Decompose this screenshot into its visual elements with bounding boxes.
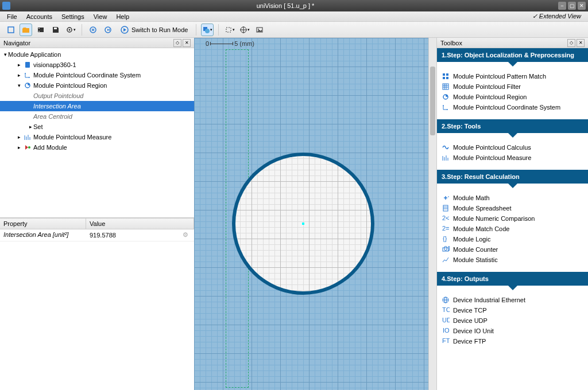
svg-text:2=1: 2=1 xyxy=(442,225,450,232)
navigator-close-button[interactable]: ✕ xyxy=(183,39,191,47)
gear-icon[interactable]: ⚙ xyxy=(183,231,191,239)
counter-icon: 01 xyxy=(442,245,450,253)
svg-text:TCP: TCP xyxy=(442,306,450,313)
region-icon xyxy=(442,93,450,101)
toolbox-item[interactable]: Module Pointcloud Coordinate System xyxy=(442,102,583,112)
toolbox-item[interactable]: Module Pointcloud Filter xyxy=(442,81,583,92)
toolbox-item-label: Device UDP xyxy=(453,317,488,324)
extended-view-toggle[interactable]: ✓ Extended View xyxy=(528,13,586,20)
navigator-header: Navigator ◇ ✕ xyxy=(0,38,194,48)
svg-point-6 xyxy=(69,29,71,30)
toolbox-item[interactable]: Module Pointcloud Region xyxy=(442,92,583,102)
toolbox-item[interactable]: Module Statistic xyxy=(442,255,583,265)
coord-icon xyxy=(442,103,450,111)
toolbox-item-label: Device TCP xyxy=(453,307,486,314)
toolbox-item[interactable]: 01Module Counter xyxy=(442,244,583,255)
toolbox-item-label: Module Pointcloud Calculus xyxy=(453,144,531,151)
menu-accounts[interactable]: Accounts xyxy=(22,13,57,20)
property-name: Intersection Area [unit²] xyxy=(0,229,86,241)
menu-file[interactable]: File xyxy=(2,13,22,20)
toolbox-item-label: Module Pointcloud Pattern Match xyxy=(453,73,546,80)
toolbox-item[interactable]: Module Pointcloud Measure xyxy=(442,153,583,163)
tree-item[interactable]: ▸Add Module xyxy=(0,142,194,153)
menu-bar: File Accounts Settings View Help ✓ Exten… xyxy=(0,11,588,22)
tree-item[interactable]: Intersection Area xyxy=(0,101,194,111)
tool-new-button[interactable] xyxy=(5,24,17,36)
toolbox-item-label: Module Statistic xyxy=(453,256,498,263)
toolbox-item[interactable]: 2<1Module Numeric Comparison xyxy=(442,213,583,224)
svg-point-30 xyxy=(28,146,30,149)
play-icon xyxy=(120,25,129,34)
tool-film-button[interactable] xyxy=(34,24,47,36)
svg-point-41 xyxy=(446,95,448,97)
maximize-button[interactable]: ▢ xyxy=(568,2,576,10)
device-icon xyxy=(23,61,32,69)
toolbox-close-button[interactable]: ✕ xyxy=(577,39,585,47)
svg-rect-35 xyxy=(443,84,448,89)
scrollbar-thumb[interactable] xyxy=(430,67,435,135)
add-icon xyxy=(23,143,32,151)
canvas-viewport[interactable]: 0 5 (mm) xyxy=(194,38,436,390)
toolbox-item[interactable]: Module Pointcloud Calculus xyxy=(442,142,583,153)
toolbox-item[interactable]: FTPDevice FTP xyxy=(442,336,583,346)
tool-step-button[interactable] xyxy=(102,24,114,36)
tool-crop-button[interactable]: ▾ xyxy=(223,24,236,36)
toolbox-item[interactable]: Module Spreadsheet xyxy=(442,203,583,213)
property-value: 919.5788 xyxy=(90,232,183,239)
toolbox-item[interactable]: Module Pointcloud Pattern Match xyxy=(442,71,583,81)
toolbar: ▾ Switch to Run Mode ▾ ▾ ▾ xyxy=(0,22,588,38)
sheet-icon xyxy=(442,204,450,212)
svg-rect-15 xyxy=(226,28,231,32)
run-mode-button[interactable]: Switch to Run Mode xyxy=(117,25,191,34)
tool-shapes-button[interactable]: ▾ xyxy=(201,24,214,36)
svg-point-25 xyxy=(28,83,30,85)
tree-item[interactable]: ▸visionapp360-1 xyxy=(0,60,194,70)
tree-item[interactable]: ▸Set xyxy=(0,122,194,132)
toolbox-item-label: Module Match Code xyxy=(453,225,509,232)
svg-rect-34 xyxy=(446,77,448,79)
svg-rect-32 xyxy=(446,73,448,76)
toolbox-item[interactable]: Device Industrial Ethernet xyxy=(442,295,583,305)
navigator-detach-button[interactable]: ◇ xyxy=(173,39,181,47)
title-bar: uniVision [ 51.u_p ] * − ▢ ✕ xyxy=(0,0,588,11)
toolbox-item[interactable]: TCPDevice TCP xyxy=(442,305,583,315)
toolbox-item-label: Module Spreadsheet xyxy=(453,205,512,212)
svg-rect-4 xyxy=(54,28,57,29)
tool-save-button[interactable] xyxy=(49,24,62,36)
tool-open-button[interactable] xyxy=(20,24,32,36)
tree-item[interactable]: Output Pointcloud xyxy=(0,91,194,101)
toolbox-item[interactable]: {}Module Logic xyxy=(442,234,583,244)
toolbox-item[interactable]: UDPDevice UDP xyxy=(442,315,583,326)
close-button[interactable]: ✕ xyxy=(578,2,586,10)
tree-root[interactable]: ▾Module Application xyxy=(0,49,194,60)
svg-text:IO: IO xyxy=(443,327,450,334)
tool-pause-button[interactable] xyxy=(87,24,99,36)
tree-item[interactable]: ▸Module Pointcloud Coordinate System xyxy=(0,70,194,80)
toolbox-item[interactable]: Module Math xyxy=(442,193,583,203)
menu-settings[interactable]: Settings xyxy=(57,13,89,20)
tree-item[interactable]: ▾Module Pointcloud Region xyxy=(0,80,194,91)
tree-item[interactable]: Area Centroid xyxy=(0,111,194,122)
minimize-button[interactable]: − xyxy=(558,2,566,10)
tool-record-button[interactable]: ▾ xyxy=(64,24,77,36)
app-logo-icon xyxy=(2,2,10,10)
toolbox-item[interactable]: 2=1Module Match Code xyxy=(442,224,583,234)
canvas-scrollbar[interactable] xyxy=(428,38,436,390)
toolbox-detach-button[interactable]: ◇ xyxy=(567,39,575,47)
svg-text:{}: {} xyxy=(443,235,447,242)
toolbox-item-label: Device Industrial Ethernet xyxy=(453,297,525,303)
toolbox-item-label: Module Numeric Comparison xyxy=(453,215,535,222)
tree-item[interactable]: ▸Module Pointcloud Measure xyxy=(0,132,194,142)
coord-icon xyxy=(23,71,32,79)
step-header: 1.Step: Object Localization & Preprocess… xyxy=(437,48,588,62)
menu-help[interactable]: Help xyxy=(111,13,134,20)
menu-view[interactable]: View xyxy=(89,13,112,20)
pattern-icon xyxy=(442,72,450,80)
tool-image-button[interactable] xyxy=(253,24,266,36)
toolbox-item[interactable]: IODevice IO Unit xyxy=(442,326,583,336)
svg-point-20 xyxy=(258,29,259,30)
property-row[interactable]: Intersection Area [unit²]919.5788⚙ xyxy=(0,229,194,241)
measure-icon xyxy=(23,133,32,141)
tool-target-button[interactable]: ▾ xyxy=(238,24,251,36)
toolbox-item-label: Module Pointcloud Coordinate System xyxy=(453,104,560,111)
